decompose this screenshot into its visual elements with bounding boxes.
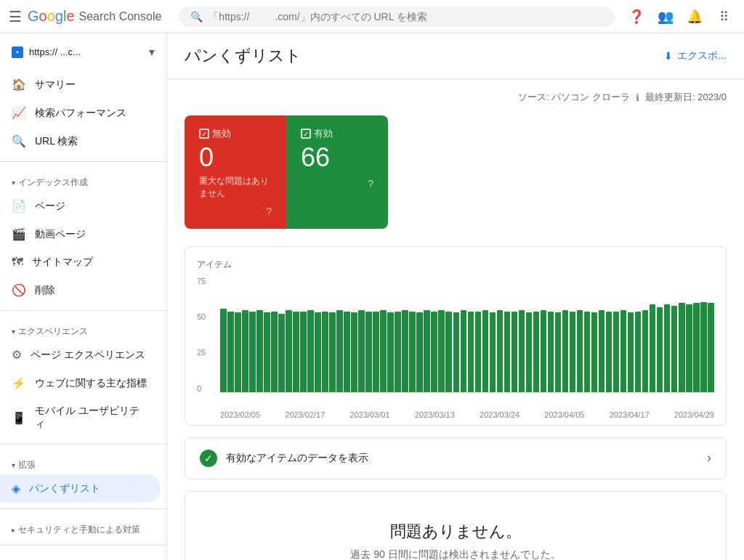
chart-bar [307,310,314,393]
help-icon[interactable]: ❓ [625,5,648,28]
sidebar-item-pages[interactable]: 📄 ページ [0,192,161,220]
x-label-5: 2023/03/24 [480,410,519,419]
chart-bar [242,310,248,393]
action-row-check-icon: ✓ [200,450,217,467]
search-input[interactable] [209,11,603,23]
sidebar-item-page-exp[interactable]: ⚙ ページ エクスペリエンス [0,341,161,369]
sidebar-item-removal[interactable]: 🚫 削除 [0,276,161,304]
x-label-7: 2023/04/17 [610,410,650,419]
sidebar-item-search-perf[interactable]: 📈 検索パフォーマンス [0,99,161,127]
section-arrow-security: ▸ [12,526,15,534]
chart-bar [409,312,416,393]
page-title: パンくずリスト [185,45,302,67]
site-favicon: ▪ [12,46,23,58]
chart-bar [620,310,627,393]
sidebar-section-index[interactable]: ▾ インデックス作成 [0,168,166,192]
section-label-enhancement: 拡張 [18,459,36,471]
chart-bar [468,312,474,393]
chart-bar [235,312,241,392]
chart-bar [271,312,278,393]
app-name: Search Console [79,10,162,23]
info-icon: ℹ [636,92,639,103]
sidebar-label-summary: サマリー [35,78,76,92]
x-label-8: 2023/04/29 [674,410,714,419]
app-logo: Google Search Console [28,8,161,25]
accounts-icon[interactable]: 👥 [654,5,677,28]
chart-bar [344,312,350,393]
chart-bar [315,312,321,392]
sidebar-section-enhancement[interactable]: ▾ 拡張 [0,450,166,474]
invalid-count: 0 [199,143,272,172]
last-updated-label: 最終更新日: 2023/0 [645,91,727,104]
sidebar-section-legacy[interactable]: ▸ 以前のツールとレポート [0,551,166,560]
chart-bar [606,312,612,393]
sidebar-item-video-pages[interactable]: 🎬 動画ページ [0,220,161,248]
sidebar-item-breadcrumb[interactable]: ◈ パンくずリスト [0,474,161,503]
sidebar-label-pages: ページ [35,200,65,213]
no-issues-desc: 過去 90 日間に問題は検出されませんでした。 [203,548,708,560]
valid-checkbox: ✓ [301,129,311,139]
page-icon: 📄 [12,199,26,213]
chart-bar [562,310,569,393]
source-label: ソース: パソコン クローラ [518,91,630,104]
notifications-icon[interactable]: 🔔 [683,5,706,28]
sidebar-section-experience[interactable]: ▾ エクスペリエンス [0,317,166,341]
chart-bar [424,310,430,393]
sidebar-label-page-exp: ページ エクスペリエンス [31,349,145,362]
sidebar-item-web-vitals[interactable]: ⚡ ウェブに関する主な指標 [0,369,161,397]
section-arrow-index: ▾ [12,179,15,187]
invalid-help[interactable]: ? [199,206,272,217]
search-icon: 🔍 [190,11,203,23]
apps-icon[interactable]: ⠿ [712,5,735,28]
valid-help[interactable]: ? [301,178,373,190]
export-button[interactable]: ⬇ エクスポ... [664,49,727,62]
chart-bar [533,312,540,393]
section-arrow-experience: ▾ [12,328,15,336]
chart-bar [475,312,482,393]
sidebar-item-url-inspect[interactable]: 🔍 URL 検索 [0,127,161,155]
sidebar-label-web-vitals: ウェブに関する主な指標 [35,377,147,390]
sidebar-label-mobile-usability: モバイル ユーザビリティ [35,405,149,431]
section-label-index: インデックス作成 [18,176,88,189]
sidebar-label-search-perf: 検索パフォーマンス [35,107,126,120]
divider-5 [0,545,166,545]
action-row[interactable]: ✓ 有効なアイテムのデータを表示 › [185,437,727,479]
chart-bar [490,312,496,392]
divider-4 [0,508,166,509]
chart-bar [264,312,270,392]
chart-bar [431,312,437,393]
chart-bar [613,312,620,393]
chart-bar [519,310,525,393]
chart-bar [700,302,707,393]
chart-bar [526,312,533,392]
chart-axis-line [220,392,714,393]
x-label-1: 2023/02/05 [220,410,260,419]
valid-count: 66 [301,143,373,172]
chart-bar [541,310,547,393]
sidebar-section-security[interactable]: ▸ セキュリティと手動による対策 [0,515,166,539]
sidebar-item-sitemap[interactable]: 🗺 サイトマップ [0,248,161,276]
sidebar-item-mobile-usability[interactable]: 📱 モバイル ユーザビリティ [0,397,161,438]
chart-bar [482,310,489,393]
menu-icon[interactable]: ☰ [9,8,22,25]
search-bar[interactable]: 🔍 [179,7,615,27]
sidebar-item-summary[interactable]: 🏠 サマリー [0,70,161,99]
action-row-arrow: › [707,450,711,466]
chart-bar [657,307,663,393]
chart-bar [416,312,423,392]
chart-area: 75 50 25 0 [197,277,714,407]
site-url: https:// ...c... [29,46,81,57]
chart-bar [227,312,234,393]
chart-bar [591,312,598,392]
chart-bar [497,310,504,393]
chart-bar [570,312,576,393]
y-label-75: 75 [197,277,217,285]
export-icon: ⬇ [664,50,673,62]
site-dropdown-arrow[interactable]: ▾ [149,45,155,59]
sidebar-site[interactable]: ▪ https:// ...c... ▾ [0,39,166,65]
chart-bar [395,312,401,393]
export-label: エクスポ... [677,49,727,62]
chart-bar [351,312,357,392]
video-icon: 🎬 [12,227,26,241]
chart-bar [635,312,642,393]
